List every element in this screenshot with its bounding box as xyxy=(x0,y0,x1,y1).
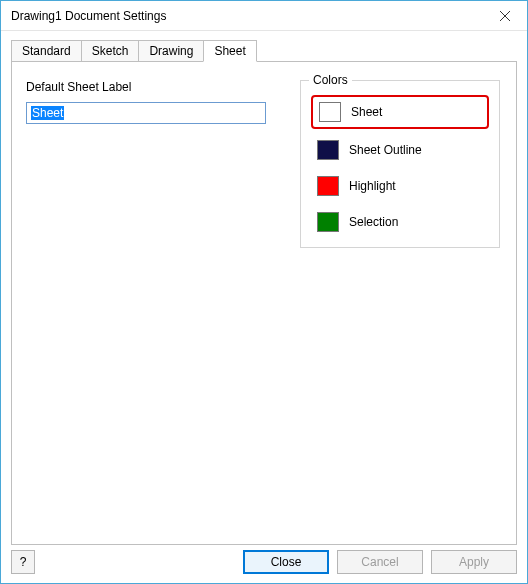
window-title: Drawing1 Document Settings xyxy=(11,9,483,23)
tab-standard[interactable]: Standard xyxy=(11,40,82,61)
tab-sketch[interactable]: Sketch xyxy=(81,40,140,61)
apply-button: Apply xyxy=(431,550,517,574)
color-row-sheet-outline[interactable]: Sheet Outline xyxy=(313,137,487,163)
tab-panel-sheet: Default Sheet Label Sheet Colors Sheet S… xyxy=(11,61,517,545)
titlebar: Drawing1 Document Settings xyxy=(1,1,527,31)
color-swatch-selection[interactable] xyxy=(317,212,339,232)
colors-group: Colors Sheet Sheet Outline Highlight Sel… xyxy=(300,80,500,248)
default-sheet-label-value: Sheet xyxy=(31,106,64,120)
color-label-sheet: Sheet xyxy=(351,105,382,119)
tab-drawing[interactable]: Drawing xyxy=(138,40,204,61)
color-row-highlight[interactable]: Highlight xyxy=(313,173,487,199)
color-label-sheet-outline: Sheet Outline xyxy=(349,143,422,157)
help-icon: ? xyxy=(20,555,27,569)
dialog-window: Drawing1 Document Settings Standard Sket… xyxy=(0,0,528,584)
color-swatch-sheet[interactable] xyxy=(319,102,341,122)
color-swatch-sheet-outline[interactable] xyxy=(317,140,339,160)
cancel-button: Cancel xyxy=(337,550,423,574)
color-row-sheet[interactable]: Sheet xyxy=(311,95,489,129)
color-label-selection: Selection xyxy=(349,215,398,229)
colors-legend: Colors xyxy=(309,73,352,87)
default-sheet-label-caption: Default Sheet Label xyxy=(26,80,276,94)
left-column: Default Sheet Label Sheet xyxy=(26,80,276,124)
close-icon[interactable] xyxy=(483,1,527,31)
tab-sheet[interactable]: Sheet xyxy=(203,40,256,62)
content-area: Standard Sketch Drawing Sheet Default Sh… xyxy=(1,31,527,545)
footer: ? Close Cancel Apply xyxy=(1,545,527,583)
color-row-selection[interactable]: Selection xyxy=(313,209,487,235)
help-button[interactable]: ? xyxy=(11,550,35,574)
color-swatch-highlight[interactable] xyxy=(317,176,339,196)
color-label-highlight: Highlight xyxy=(349,179,396,193)
close-button[interactable]: Close xyxy=(243,550,329,574)
tabs: Standard Sketch Drawing Sheet xyxy=(11,39,517,61)
default-sheet-label-input[interactable]: Sheet xyxy=(26,102,266,124)
